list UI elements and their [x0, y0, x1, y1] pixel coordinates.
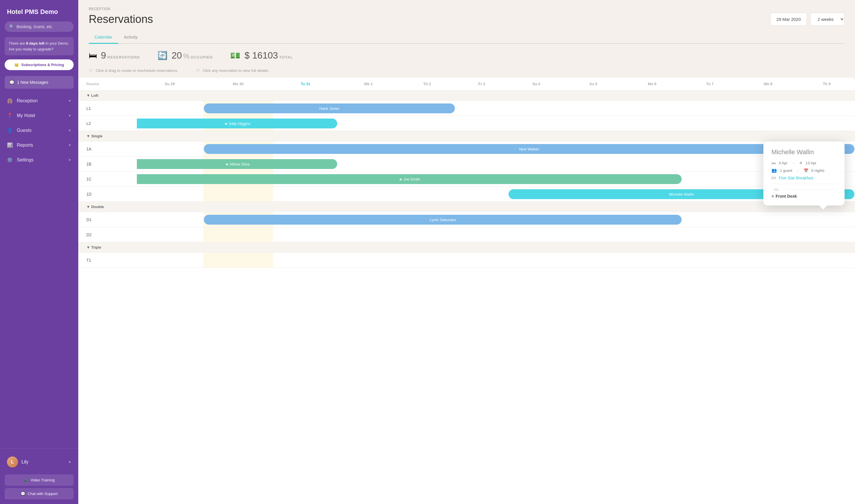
cell-d1-col0[interactable] [136, 212, 203, 227]
reservation-bar-lyoto-sakuraba[interactable]: Lyoto Sakuraba [204, 215, 682, 224]
cell-1b-col9[interactable] [682, 157, 737, 172]
hints-bar: ☞ Click & drag to create or reschedule r… [78, 67, 855, 78]
cell-l1-col7[interactable] [565, 101, 622, 116]
cell-d1-col10[interactable] [737, 212, 799, 227]
sidebar-bottom: L Lily ▼ 📹 Video Training 💬 Chat with Su… [0, 448, 78, 504]
cell-l2-col6[interactable] [508, 116, 565, 131]
reservation-bar-joe-smith[interactable]: ◄ Joe Smith [137, 174, 682, 184]
cell-t1-col6[interactable] [508, 253, 565, 268]
cell-d2-col9[interactable] [682, 227, 737, 242]
reservation-bar-nick-walker[interactable]: Nick Walker [204, 144, 854, 154]
cell-d2-col1[interactable] [203, 227, 273, 242]
cell-l2-col4[interactable] [399, 116, 456, 131]
cell-1d-col0[interactable] [136, 187, 203, 202]
cell-1a-col0[interactable] [136, 141, 203, 157]
cell-d2-col10[interactable] [737, 227, 799, 242]
cell-d2-col3[interactable] [338, 227, 399, 242]
avatar: L [7, 456, 18, 467]
reservation-bar-sally-higgins[interactable]: ◄ Sally Higgins [137, 119, 337, 128]
weeks-select[interactable]: 2 weeks 1 week 3 weeks [811, 13, 844, 26]
cell-t1-col3[interactable] [338, 253, 399, 268]
upgrade-button[interactable]: 👑 Subscriptions & Pricing [5, 59, 74, 70]
cell-d2-col4[interactable] [399, 227, 456, 242]
cell-t1-col9[interactable] [682, 253, 737, 268]
sidebar-item-reports[interactable]: 📊 Reports ▼ [0, 138, 78, 152]
cell-1d-col5[interactable] [456, 187, 508, 202]
reservation-bar-althea-silva[interactable]: ◄ Althea Silva [137, 159, 337, 169]
cell-t1-col11[interactable] [799, 253, 855, 268]
cell-l2-col9[interactable] [682, 116, 737, 131]
cell-t1-col4[interactable] [399, 253, 456, 268]
cell-t1-col5[interactable] [456, 253, 508, 268]
cell-l1-col0[interactable] [136, 101, 203, 116]
cell-1c-col0[interactable]: ◄ Joe Smith [136, 172, 203, 187]
col-th2: Th 2 [399, 78, 456, 90]
cell-1d-col1[interactable] [203, 187, 273, 202]
cell-d2-col8[interactable] [622, 227, 682, 242]
cell-l1-col9[interactable] [682, 101, 737, 116]
sidebar-item-my-hotel[interactable]: 📍 My Hotel ▼ [0, 108, 78, 123]
cell-l1-col1[interactable]: Hank Jones [203, 101, 273, 116]
sidebar-item-reception[interactable]: 🏨 Reception ▼ [0, 93, 78, 108]
cell-l1-col10[interactable] [737, 101, 799, 116]
sidebar-item-settings[interactable]: ⚙️ Settings ▼ [0, 152, 78, 167]
cell-t1-col1[interactable] [203, 253, 273, 268]
chat-support-button[interactable]: 💬 Chat with Support [5, 488, 74, 499]
cell-d2-col0[interactable] [136, 227, 203, 242]
cell-l1-col5[interactable] [456, 101, 508, 116]
sidebar-item-guests[interactable]: 👤 Guests ▼ [0, 123, 78, 138]
cell-1d-col6[interactable]: Michelle Wallin [508, 187, 565, 202]
cell-1b-col3[interactable] [338, 157, 399, 172]
chevron-reception: ▼ [68, 99, 71, 103]
cell-l2-col5[interactable] [456, 116, 508, 131]
cell-t1-col0[interactable] [136, 253, 203, 268]
cell-d2-col7[interactable] [565, 227, 622, 242]
cell-d1-col11[interactable] [799, 212, 855, 227]
messages-button[interactable]: 💬 1 New Messages [5, 76, 74, 89]
cell-1b-col4[interactable] [399, 157, 456, 172]
footer-buttons: 📹 Video Training 💬 Chat with Support [5, 474, 74, 499]
cell-l2-col8[interactable] [622, 116, 682, 131]
cell-1a-col1[interactable]: Nick Walker [203, 141, 273, 157]
cell-t1-col2[interactable] [273, 253, 338, 268]
cell-t1-col8[interactable] [622, 253, 682, 268]
cell-d2-col2[interactable] [273, 227, 338, 242]
cell-d2-col11[interactable] [799, 227, 855, 242]
cell-l2-col10[interactable] [737, 116, 799, 131]
cell-d2-col5[interactable] [456, 227, 508, 242]
reservation-bar-hank-jones[interactable]: Hank Jones [204, 104, 455, 113]
cell-l2-col11[interactable] [799, 116, 855, 131]
cell-l1-col6[interactable] [508, 101, 565, 116]
col-su29: Su 29 [136, 78, 203, 90]
cell-l2-col3[interactable] [338, 116, 399, 131]
cell-1c-col9[interactable] [682, 172, 737, 187]
cell-1d-col2[interactable] [273, 187, 338, 202]
cell-t1-col10[interactable] [737, 253, 799, 268]
room-row-t1: T1 [78, 253, 855, 268]
cell-1b-col8[interactable] [622, 157, 682, 172]
cell-l2-col7[interactable] [565, 116, 622, 131]
cell-t1-col7[interactable] [565, 253, 622, 268]
cell-l2-col0[interactable]: ◄ Sally Higgins [136, 116, 203, 131]
calendar-body: ▼ LoftL1Hank JonesL2◄ Sally Higgins▼ Sin… [78, 90, 855, 268]
cell-l1-col11[interactable] [799, 101, 855, 116]
room-group-loft: ▼ Loft [78, 90, 855, 101]
user-profile[interactable]: L Lily ▼ [5, 453, 74, 471]
sidebar-nav: 🏨 Reception ▼ 📍 My Hotel ▼ 👤 Guests ▼ 📊 … [0, 91, 78, 448]
tab-calendar[interactable]: Calendar [89, 31, 118, 44]
tab-activity[interactable]: Activity [118, 31, 143, 44]
cell-d1-col9[interactable] [682, 212, 737, 227]
cell-1b-col0[interactable]: ◄ Althea Silva [136, 157, 203, 172]
cell-d2-col6[interactable] [508, 227, 565, 242]
app-title: Hotel PMS Demo [0, 0, 78, 21]
cell-1b-col7[interactable] [565, 157, 622, 172]
cell-1d-col3[interactable] [338, 187, 399, 202]
cell-l1-col8[interactable] [622, 101, 682, 116]
cell-d1-col1[interactable]: Lyoto Sakuraba [203, 212, 273, 227]
cell-1d-col4[interactable] [399, 187, 456, 202]
cell-1b-col6[interactable] [508, 157, 565, 172]
search-bar[interactable]: 🔍 Booking, Guest, etc. [5, 21, 74, 32]
date-picker-button[interactable]: 29 Mar 2020 [770, 13, 807, 26]
cell-1b-col5[interactable] [456, 157, 508, 172]
video-training-button[interactable]: 📹 Video Training [5, 474, 74, 486]
